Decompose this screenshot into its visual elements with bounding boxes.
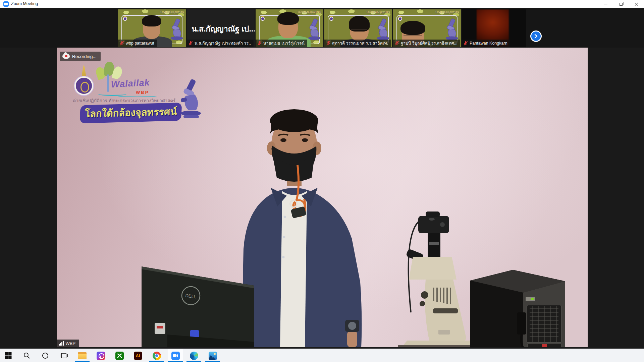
university-crest-icon	[398, 17, 402, 21]
signal-strength-icon	[59, 341, 64, 346]
participant-strip: โลกใต้กล้องจุลทรรศน์ wbp pattarawut น.ส.…	[0, 8, 644, 48]
file-explorer-icon	[78, 352, 87, 359]
microscope-graphic-icon	[306, 18, 322, 40]
recording-cloud-icon	[62, 54, 70, 59]
chevron-right-icon	[534, 34, 538, 39]
chrome-icon	[153, 352, 161, 360]
cortana-button[interactable]	[38, 349, 53, 362]
participant-head	[143, 18, 160, 39]
participant-name-label: สุภาวดี วรรณมาศ ร.ร.สาธิตเท...	[324, 40, 391, 47]
close-icon	[635, 2, 638, 6]
zoom-app-icon	[3, 1, 9, 7]
participant-tile-thapanee[interactable]: โลกใต้กล้องจุลทรรศน์ ฐาปนี วิบูลย์ศิลป์ …	[393, 9, 461, 47]
file-explorer-button[interactable]	[74, 349, 90, 362]
minimize-button[interactable]	[598, 0, 613, 8]
microscope-graphic-icon	[444, 18, 459, 40]
recording-indicator: Recording...	[60, 52, 101, 61]
active-speaker-video[interactable]: DELL	[57, 48, 588, 347]
muted-mic-icon	[257, 41, 262, 46]
start-button[interactable]	[0, 349, 16, 362]
windows-logo-icon	[5, 352, 12, 359]
illustrator-icon: Ai	[134, 352, 142, 360]
muted-mic-icon	[395, 41, 399, 46]
zoom-app-icon	[171, 352, 180, 360]
chrome-button[interactable]	[149, 349, 164, 362]
next-participants-button[interactable]	[530, 31, 542, 42]
gradient-loop-app-icon	[97, 352, 105, 360]
microscope-graphic-icon	[375, 18, 390, 40]
xbox-button[interactable]	[112, 349, 127, 362]
muted-mic-icon	[326, 41, 330, 46]
participant-tile-sumet[interactable]: โลกใต้กล้องจุลทรรศน์ นายสุเมธ เนาว์รุ่งโ…	[256, 9, 323, 47]
participant-tile-wbp-pattarawut[interactable]: โลกใต้กล้องจุลทรรศน์ wbp pattarawut	[118, 9, 186, 47]
participant-card-name: น.ส.กัญญาณัฐ เป...	[192, 23, 255, 35]
title-bar[interactable]: Zoom Meeting	[0, 0, 644, 8]
participant-name-label: wbp pattarawut	[118, 40, 157, 47]
edge-button[interactable]	[186, 349, 202, 362]
windows-taskbar: Ai 84°F Sunny	[0, 349, 644, 362]
cortana-icon	[42, 352, 49, 359]
participant-name-label: นายสุเมธ เนาว์รุ่งโรจน์	[256, 40, 307, 47]
muted-mic-icon	[464, 41, 468, 46]
photos-button[interactable]	[205, 349, 220, 362]
window-title: Zoom Meeting	[11, 1, 38, 6]
participant-head	[350, 19, 369, 41]
search-icon	[23, 352, 31, 359]
task-view-button[interactable]	[56, 349, 71, 362]
restore-icon	[620, 3, 623, 6]
participant-name-label: ฐาปนี วิบูลย์ศิลป์ รร.สาธิตเทศ...	[393, 40, 460, 47]
participant-name-label: น.ส.กัญญาณัฐ เปาะทองคำ รร...	[187, 40, 254, 47]
minimize-icon	[604, 4, 607, 4]
university-crest-icon	[261, 17, 265, 21]
close-button[interactable]	[629, 0, 644, 8]
university-crest-icon	[123, 17, 127, 21]
speaker-name-label: WBP	[57, 340, 79, 347]
participant-tile-kanyanat[interactable]: น.ส.กัญญาณัฐ เป... น.ส.กัญญาณัฐ เปาะทองค…	[187, 9, 255, 47]
microscope-graphic-icon	[169, 18, 184, 40]
recording-label: Recording...	[72, 54, 97, 59]
illustrator-button[interactable]: Ai	[130, 349, 146, 362]
desktop-tower	[470, 270, 565, 347]
loop-app-button[interactable]	[93, 349, 108, 362]
xbox-icon	[115, 352, 124, 360]
university-crest-icon	[329, 17, 333, 21]
participant-head	[278, 15, 298, 38]
zoom-meeting-window: Zoom Meeting โลกใต้กล้องจุลทรรศน์ wbp pa…	[0, 0, 644, 362]
participant-tile-pantawan[interactable]: Pantawan Kongkarn	[462, 9, 526, 47]
muted-mic-icon	[189, 41, 193, 46]
main-stage: DELL	[0, 48, 644, 349]
photos-icon	[209, 352, 217, 360]
edge-icon	[190, 352, 198, 360]
restore-button[interactable]	[613, 0, 629, 8]
participant-name-label: Pantawan Kongkarn	[462, 40, 510, 47]
search-button[interactable]	[19, 349, 35, 362]
participant-tile-supawadee[interactable]: โลกใต้กล้องจุลทรรศน์ สุภาวดี วรรณมาศ ร.ร…	[324, 9, 392, 47]
zoom-taskbar-button[interactable]	[168, 349, 183, 362]
task-view-icon	[60, 352, 68, 359]
video-scene: DELL	[57, 48, 588, 347]
muted-mic-icon	[120, 41, 124, 46]
